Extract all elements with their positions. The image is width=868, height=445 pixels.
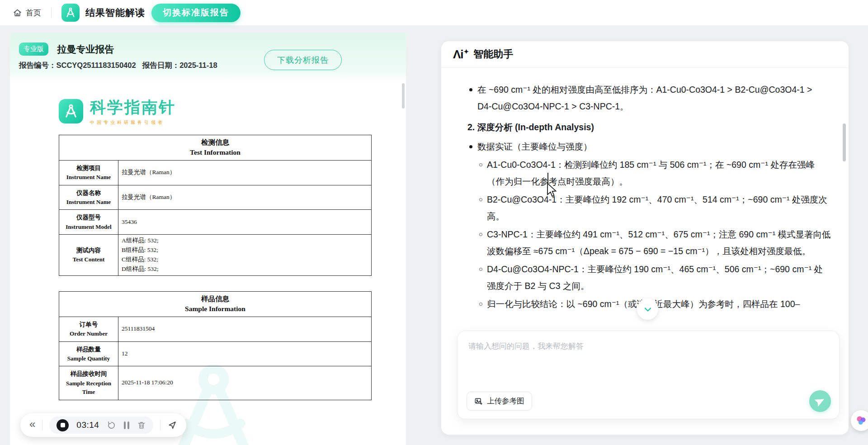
analysis-text: A1-Cu0-Co3O4-1：检测到峰位约 185 cm⁻¹ 与 506 cm⁻… <box>487 156 831 190</box>
divider <box>51 7 52 18</box>
doc-compass-icon <box>59 99 83 123</box>
report-date-value: 2025-11-18 <box>179 61 217 69</box>
home-icon <box>13 8 22 18</box>
record-stop-icon[interactable] <box>57 419 69 431</box>
report-panel: 专业版 拉曼专业报告 报告编号：SCCYQ2511183150402报告日期：2… <box>10 33 406 445</box>
table-row: 仪器型号Instrument Model35436 <box>59 210 372 235</box>
doc-brand-slogan: 中国专业科研服务引领者 <box>90 119 176 126</box>
table-title: 样品信息Sample Information <box>59 291 372 317</box>
table-row: 检测项目Instrument Name拉曼光谱（Raman） <box>59 160 372 185</box>
analysis-text: D4-Cu@Co3O4-NPC-1：主要峰位约 190 cm⁻¹、465 cm⁻… <box>487 261 831 294</box>
top-navigation-bar: 首页 结果智能解读 切换标准版报告 <box>0 0 868 26</box>
download-report-button[interactable]: 下载分析报告 <box>264 50 342 70</box>
analysis-text: C3-NPC-1：主要峰位约 491 cm⁻¹、512 cm⁻¹、675 cm⁻… <box>487 226 831 260</box>
divider <box>42 419 42 431</box>
home-label: 首页 <box>26 8 41 18</box>
row-label: 仪器型号Instrument Model <box>59 210 118 235</box>
row-value: 25111831504 <box>118 317 372 341</box>
table-title: 检测信息Test Information <box>59 135 372 161</box>
analysis-heading: 2. 深度分析 (In-depth Analysis) <box>467 119 837 136</box>
ai-panel-scrollbar[interactable] <box>843 123 846 161</box>
subbullet-marker <box>479 198 482 201</box>
row-value: 35436 <box>118 210 372 235</box>
upload-button-label: 上传参考图 <box>487 396 524 406</box>
ai-logo: Λi✦ <box>453 47 468 62</box>
ai-assistant-panel: Λi✦ 智能助手 在 ~690 cm⁻¹ 处的相对强度由高至低排序为：A1-Cu… <box>441 41 849 435</box>
doc-table: 样品信息Sample Information订单号Order Number251… <box>59 291 372 400</box>
brain-icon <box>855 414 868 427</box>
trash-icon[interactable] <box>137 421 146 430</box>
bullet-marker <box>469 145 472 148</box>
restart-icon[interactable] <box>107 421 116 430</box>
recording-timer: 03:14 <box>76 420 99 430</box>
doc-tables: 检测信息Test Information检测项目Instrument Name拉… <box>10 126 406 400</box>
bullet-marker <box>469 88 472 91</box>
analysis-list-item: 在 ~690 cm⁻¹ 处的相对强度由高至低排序为：A1-Cu0-Co3O4-1… <box>441 81 837 115</box>
analysis-list-item: A1-Cu0-Co3O4-1：检测到峰位约 185 cm⁻¹ 与 506 cm⁻… <box>441 156 837 190</box>
paper-plane-icon <box>813 394 827 408</box>
analysis-list-item: D4-Cu@Co3O4-NPC-1：主要峰位约 190 cm⁻¹、465 cm⁻… <box>441 261 837 294</box>
page-title: 结果智能解读 <box>85 6 145 19</box>
report-header: 专业版 拉曼专业报告 报告编号：SCCYQ2511183150402报告日期：2… <box>10 33 406 80</box>
table-row: 样品接收时间Sample Reception Time2025-11-18 17… <box>59 366 372 400</box>
row-label: 样品数量Sample Quantity <box>59 341 118 366</box>
report-title: 拉曼专业报告 <box>57 43 114 56</box>
home-link[interactable]: 首页 <box>13 8 41 18</box>
table-row: 仪器名称Instrument Name拉曼光谱（Raman） <box>59 185 372 210</box>
report-date-label: 报告日期： <box>142 61 180 69</box>
mouse-cursor-icon <box>545 183 559 200</box>
doc-table: 检测信息Test Information检测项目Instrument Name拉… <box>59 135 372 276</box>
recorder-controls: 03:14 <box>49 417 153 434</box>
row-label: 检测项目Instrument Name <box>59 160 118 185</box>
row-label: 样品接收时间Sample Reception Time <box>59 366 118 400</box>
left-panel-scrollbar[interactable] <box>402 83 405 109</box>
pro-version-badge: 专业版 <box>19 43 48 56</box>
row-label: 测试内容Test Content <box>59 235 118 276</box>
floating-assistant-widget[interactable] <box>851 410 868 431</box>
table-row: 订单号Order Number25111831504 <box>59 317 372 341</box>
analysis-text: 归一化与比较结论：以 ~690 cm⁻¹（或该附近最大峰）为参考时，四样品在 1… <box>487 296 831 312</box>
scroll-down-button[interactable] <box>637 298 658 320</box>
divider <box>160 419 160 431</box>
analysis-text: 数据实证（主要峰位与强度） <box>477 138 822 155</box>
app-logo-compass-icon <box>61 4 80 22</box>
row-value: 拉曼光谱（Raman） <box>118 160 372 185</box>
subbullet-marker <box>479 163 482 166</box>
ai-assistant-title: 智能助手 <box>473 47 513 61</box>
row-value: 拉曼光谱（Raman） <box>118 185 372 210</box>
cursor-pointer-icon[interactable] <box>167 420 177 430</box>
row-label: 订单号Order Number <box>59 317 118 341</box>
sparkle-icon: ✦ <box>464 48 469 55</box>
row-value: 12 <box>118 341 372 366</box>
row-value: A组样品: 532; B组样品: 532; C组样品: 532; D组样品: 5… <box>118 235 372 276</box>
send-button[interactable] <box>809 390 831 412</box>
analysis-text: B2-Cu@Co3O4-1：主要峰位约 192 cm⁻¹、470 cm⁻¹、51… <box>487 191 831 225</box>
row-value: 2025-11-18 17:06:20 <box>118 366 372 400</box>
row-label: 仪器名称Instrument Name <box>59 185 118 210</box>
pause-icon[interactable] <box>124 421 129 429</box>
chat-footer: 上传参考图 <box>467 390 831 412</box>
analysis-text: 在 ~690 cm⁻¹ 处的相对强度由高至低排序为：A1-Cu0-Co3O4-1… <box>477 81 822 115</box>
chat-input-card: 上传参考图 <box>457 331 840 419</box>
table-row: 测试内容Test ContentA组样品: 532; B组样品: 532; C组… <box>59 235 372 276</box>
analysis-list-item: 数据实证（主要峰位与强度） <box>441 138 837 155</box>
recording-toolbar: « 03:14 <box>20 413 186 437</box>
image-plus-icon <box>474 397 483 406</box>
analysis-list-item: B2-Cu@Co3O4-1：主要峰位约 192 cm⁻¹、470 cm⁻¹、51… <box>441 191 837 225</box>
document-viewer: 科学指南针 中国专业科研服务引领者 检测信息Test Information检测… <box>10 80 406 445</box>
subbullet-marker <box>479 303 482 306</box>
doc-logo-row: 科学指南针 中国专业科研服务引领者 <box>10 80 406 126</box>
report-no-value: SCCYQ2511183150402 <box>57 61 136 69</box>
ai-assistant-header: Λi✦ 智能助手 <box>441 41 849 68</box>
analysis-text: 2. 深度分析 (In-depth Analysis) <box>467 119 812 136</box>
subbullet-marker <box>479 233 482 236</box>
chat-input[interactable] <box>458 331 839 374</box>
report-meta: 报告编号：SCCYQ2511183150402报告日期：2025-11-18 <box>19 61 406 71</box>
collapse-toolbar-button[interactable]: « <box>29 419 35 431</box>
upload-reference-image-button[interactable]: 上传参考图 <box>467 392 532 411</box>
subbullet-marker <box>479 268 482 271</box>
chevron-down-icon <box>642 304 653 315</box>
report-no-label: 报告编号： <box>19 61 57 69</box>
analysis-list-item: C3-NPC-1：主要峰位约 491 cm⁻¹、512 cm⁻¹、675 cm⁻… <box>441 226 837 260</box>
switch-standard-report-button[interactable]: 切换标准版报告 <box>151 4 241 22</box>
